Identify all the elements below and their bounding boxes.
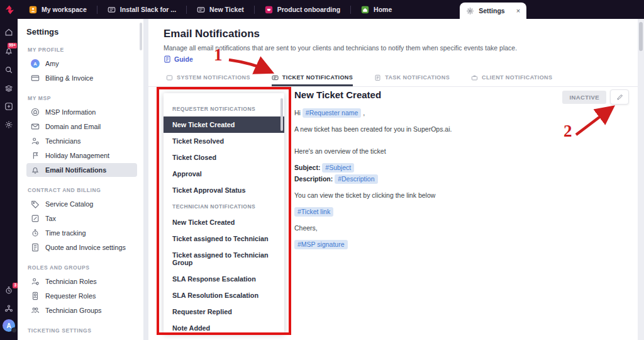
tab-label: CLIENT NOTIFICATIONS — [482, 74, 552, 81]
list-item-approval[interactable]: Approval — [164, 166, 284, 182]
close-icon[interactable]: × — [516, 7, 520, 14]
sidebar-item-holiday-management[interactable]: Holiday Management — [26, 149, 137, 162]
requester-roles-icon — [31, 292, 40, 300]
avatar[interactable]: A — [3, 319, 15, 332]
document-icon — [164, 55, 171, 63]
email-text: Hi — [294, 109, 303, 116]
pencil-icon — [616, 94, 623, 101]
sidebar-item-label: Billing & Invoice — [45, 74, 93, 82]
tab-new-ticket[interactable]: New Ticket — [187, 0, 254, 19]
template-variable-chip[interactable]: #MSP signature — [294, 240, 348, 249]
email-text: , — [361, 109, 365, 116]
sidebar-item-msp-information[interactable]: MSP Information — [26, 105, 137, 119]
notification-badge: 99+ — [8, 43, 17, 48]
plus-icon[interactable] — [4, 102, 13, 111]
sidebar-item-label: MSP Information — [45, 108, 96, 116]
network-icon[interactable] — [4, 304, 13, 313]
sidebar-item-requester-roles[interactable]: Requester Roles — [26, 289, 137, 303]
list-item-requester-replied[interactable]: Requester Replied — [164, 303, 284, 320]
list-item-ticket-approval-status[interactable]: Ticket Approval Status — [164, 182, 284, 198]
email-body-line: Subject: #Subject — [294, 164, 634, 172]
sidebar-item-email-notifications[interactable]: Email Notifications — [26, 163, 137, 177]
email-body-line: Hi #Requester name , — [294, 109, 634, 117]
list-item-new-ticket-created[interactable]: New Ticket Created — [164, 214, 284, 230]
sidebar-item-technician-groups[interactable]: Technician Groups — [26, 303, 137, 317]
list-item-note-added[interactable]: Note Added — [164, 320, 284, 334]
guide-link[interactable]: Guide — [164, 55, 193, 63]
left-icon-rail: 99+ 3 A — [0, 19, 18, 340]
layers-icon[interactable] — [4, 84, 13, 93]
product-icon — [265, 6, 273, 14]
list-item-sla-resolution-escalation[interactable]: SLA Resolution Escalation — [164, 287, 284, 303]
list-item-ticket-closed[interactable]: Ticket Closed — [164, 149, 284, 166]
scrollbar-thumb[interactable] — [639, 22, 643, 51]
list-item-sla-response-escalation[interactable]: SLA Response Escalation — [164, 271, 284, 287]
tab-label: TASK NOTIFICATIONS — [385, 74, 450, 81]
tab-home[interactable]: Home — [351, 0, 402, 19]
status-badge: INACTIVE — [562, 91, 606, 104]
sidebar-item-billing-invoice[interactable]: Billing & Invoice — [26, 71, 137, 85]
sidebar-item-time-tracking[interactable]: Time tracking — [26, 226, 137, 240]
sidebar-item-tax[interactable]: Tax — [26, 212, 137, 225]
template-variable-chip[interactable]: #Ticket link — [294, 207, 333, 217]
list-section-label: TECHNICIAN NOTIFICATIONS — [164, 198, 284, 214]
tab-label: New Ticket — [209, 6, 244, 13]
notification-tabs: SYSTEM NOTIFICATIONSTICKET NOTIFICATIONS… — [148, 71, 638, 87]
search-icon[interactable] — [4, 65, 13, 74]
home-icon[interactable] — [4, 28, 13, 37]
tab-client-notifications[interactable]: CLIENT NOTIFICATIONS — [471, 71, 552, 86]
sidebar-scrollbar[interactable] — [140, 23, 142, 50]
list-item-ticket-assigned-to-technician-group[interactable]: Ticket assigned to Technician Group — [164, 247, 284, 271]
superops-logo[interactable] — [0, 0, 19, 19]
workspace-icon — [29, 6, 37, 14]
sidebar-item-label: Domain and Email — [45, 123, 101, 130]
template-variable-chip[interactable]: #Description — [335, 174, 377, 184]
list-section-label: REQUESTER NOTIFICATIONS — [164, 101, 284, 116]
tax-icon — [31, 214, 40, 223]
sidebar-item-domain-and-email[interactable]: Domain and Email — [26, 120, 137, 133]
sidebar-item-status[interactable]: Status — [26, 337, 137, 340]
sidebar-item-service-catalog[interactable]: Service Catalog — [26, 197, 137, 211]
tab-my-workspace[interactable]: My workspace — [19, 0, 97, 19]
edit-button[interactable] — [610, 89, 629, 105]
sidebar-section-label: ROLES AND GROUPS — [28, 264, 137, 271]
tab-label: Product onboarding — [277, 6, 340, 13]
technician-roles-icon — [31, 277, 40, 286]
tab-label: TICKET NOTIFICATIONS — [282, 74, 353, 81]
sidebar-item-technicians[interactable]: Technicians — [26, 134, 137, 148]
sidebar-item-label: Quote and Invoice settings — [45, 244, 126, 251]
template-variable-chip[interactable]: #Requester name — [303, 108, 361, 118]
sidebar-item-technician-roles[interactable]: Technician Roles — [26, 275, 137, 288]
gear-icon[interactable] — [4, 120, 13, 129]
list-scrollbar[interactable] — [280, 98, 283, 131]
template-variable-chip[interactable]: #Subject — [322, 163, 354, 173]
tab-product-onboarding[interactable]: Product onboarding — [255, 0, 350, 19]
sidebar-item-quote-and-invoice-settings[interactable]: Quote and Invoice settings — [26, 241, 137, 254]
tag-icon — [31, 200, 40, 208]
sidebar-item-label: Email Notifications — [45, 166, 106, 174]
sidebar-item-label: Holiday Management — [45, 152, 109, 159]
bell-icon[interactable]: 99+ — [4, 47, 13, 55]
tab-system-notifications[interactable]: SYSTEM NOTIFICATIONS — [166, 71, 250, 86]
sidebar-item-label: Amy — [45, 60, 59, 67]
timer-icon[interactable]: 3 — [4, 286, 13, 295]
client-icon — [471, 74, 478, 81]
home-icon — [361, 6, 369, 14]
tab-ticket-notifications[interactable]: TICKET NOTIFICATIONS — [272, 71, 353, 86]
sidebar-item-amy[interactable]: AAmy — [26, 57, 137, 71]
page-title: Email Notifications — [164, 28, 260, 40]
email-body-line: #MSP signature — [294, 241, 634, 249]
groups-icon — [31, 306, 40, 315]
tab-install-slack-for[interactable]: Install Slack for ... — [97, 0, 186, 19]
list-item-ticket-resolved[interactable]: Ticket Resolved — [164, 133, 284, 149]
tab-task-notifications[interactable]: TASK NOTIFICATIONS — [374, 71, 450, 86]
email-text: Subject: — [294, 164, 322, 171]
email-text: Here's an overview of the ticket — [294, 147, 386, 155]
email-body-line: Cheers, — [294, 224, 634, 232]
list-item-new-ticket-created[interactable]: New Ticket Created — [164, 116, 284, 133]
list-item-ticket-assigned-to-technician[interactable]: Ticket assigned to Technician — [164, 230, 284, 247]
page-scrollbar[interactable] — [638, 19, 644, 340]
tab-settings[interactable]: Settings × — [460, 3, 526, 19]
tab-settings-label: Settings — [479, 7, 504, 14]
email-text: Description: — [294, 175, 335, 183]
